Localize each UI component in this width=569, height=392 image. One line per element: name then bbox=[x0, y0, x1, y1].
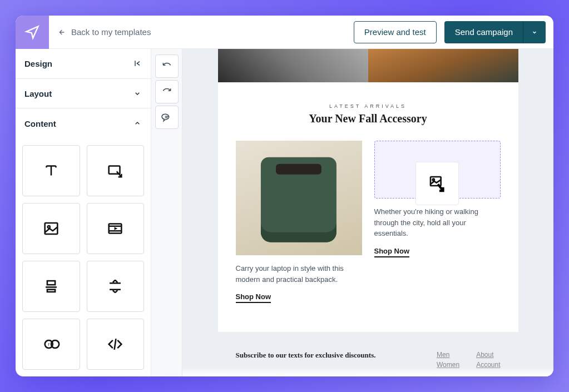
preview-test-button[interactable]: Preview and test bbox=[354, 21, 437, 43]
email-template: LATEST ARRIVALS Your New Fall Accessory … bbox=[218, 49, 518, 369]
caret-down-icon bbox=[531, 29, 538, 36]
section-content[interactable]: Content bbox=[16, 108, 151, 138]
content-block-video[interactable] bbox=[87, 203, 145, 254]
section-eyebrow[interactable]: LATEST ARRIVALS bbox=[218, 103, 518, 109]
back-link[interactable]: Back to my templates bbox=[57, 27, 151, 37]
undo-icon bbox=[161, 61, 172, 72]
collapse-left-icon bbox=[133, 59, 142, 68]
arrow-left-icon bbox=[57, 28, 66, 37]
content-block-social[interactable]: f bbox=[22, 319, 80, 370]
footer-link-account[interactable]: Account bbox=[476, 361, 500, 369]
text-icon bbox=[42, 161, 61, 180]
back-label: Back to my templates bbox=[71, 27, 151, 37]
section-design[interactable]: Design bbox=[16, 49, 151, 79]
image-placeholder-icon bbox=[428, 175, 446, 192]
tool-strip bbox=[151, 49, 182, 376]
product-1-cta[interactable]: Shop Now bbox=[236, 292, 271, 303]
content-block-image[interactable] bbox=[22, 203, 80, 254]
content-block-button[interactable] bbox=[87, 145, 145, 196]
undo-button[interactable] bbox=[155, 54, 179, 78]
email-footer[interactable]: Subscribe to our texts for exclusive dis… bbox=[218, 332, 518, 369]
redo-icon bbox=[161, 86, 172, 97]
section-layout[interactable]: Layout bbox=[16, 79, 151, 109]
redo-button[interactable] bbox=[155, 80, 179, 103]
cursor-click-icon bbox=[106, 161, 125, 180]
footer-subscribe-text[interactable]: Subscribe to our texts for exclusive dis… bbox=[236, 351, 420, 360]
content-block-divider[interactable] bbox=[22, 261, 80, 312]
comment-button[interactable] bbox=[155, 106, 179, 129]
brand-logo[interactable] bbox=[16, 16, 49, 49]
chevron-down-icon bbox=[133, 89, 142, 98]
send-campaign-dropdown[interactable] bbox=[523, 21, 546, 43]
product-2-cta[interactable]: Shop Now bbox=[374, 247, 410, 257]
divider-icon bbox=[42, 277, 61, 296]
svg-point-10 bbox=[433, 179, 434, 181]
svg-rect-5 bbox=[47, 290, 55, 292]
spacer-icon bbox=[106, 277, 125, 296]
image-icon bbox=[42, 219, 61, 238]
video-icon bbox=[106, 219, 125, 238]
paper-plane-icon bbox=[24, 24, 40, 40]
product-1-description[interactable]: Carry your laptop in style with this mod… bbox=[236, 263, 362, 285]
chevron-up-icon bbox=[133, 119, 142, 128]
top-bar: Back to my templates Preview and test Se… bbox=[16, 16, 553, 49]
product-card-1[interactable]: Carry your laptop in style with this mod… bbox=[236, 141, 362, 303]
social-icon: f bbox=[42, 335, 61, 354]
left-panel: Design Layout Content bbox=[16, 49, 151, 376]
footer-link-about[interactable]: About bbox=[476, 351, 500, 359]
content-block-code[interactable] bbox=[87, 319, 145, 370]
footer-link-men[interactable]: Men bbox=[437, 351, 459, 359]
image-drop-card[interactable] bbox=[415, 162, 459, 205]
product-2-description[interactable]: Whether you're hiking or walking through… bbox=[374, 206, 501, 239]
product-image-1[interactable] bbox=[236, 141, 362, 255]
comment-icon bbox=[161, 112, 172, 123]
footer-link-women[interactable]: Women bbox=[437, 361, 459, 369]
editor-canvas[interactable]: LATEST ARRIVALS Your New Fall Accessory … bbox=[182, 49, 553, 376]
content-block-spacer[interactable] bbox=[87, 261, 145, 312]
image-drop-zone[interactable] bbox=[374, 141, 501, 199]
send-campaign-button[interactable]: Send campaign bbox=[444, 21, 523, 43]
hero-image-row[interactable] bbox=[218, 49, 518, 82]
code-icon bbox=[106, 335, 125, 354]
content-block-text[interactable] bbox=[22, 145, 80, 196]
product-card-2[interactable]: Whether you're hiking or walking through… bbox=[374, 141, 501, 303]
svg-rect-4 bbox=[47, 281, 55, 285]
svg-text:f: f bbox=[48, 343, 50, 347]
section-headline[interactable]: Your New Fall Accessory bbox=[218, 112, 518, 125]
